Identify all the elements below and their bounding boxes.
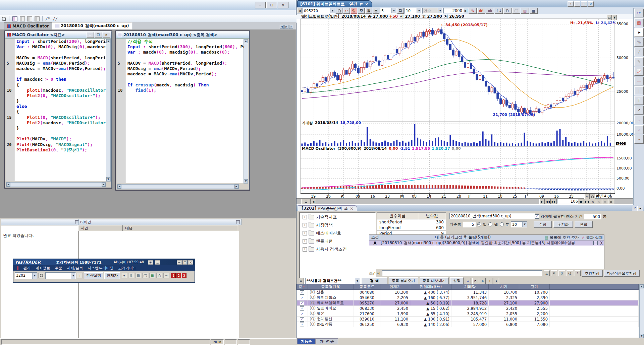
expr-not-icon[interactable]: ! (575, 270, 581, 276)
search-icon[interactable] (1, 16, 7, 21)
result-sort-tab[interactable]: 가나다순 (316, 338, 338, 344)
trend-icon[interactable]: ╱ (634, 48, 644, 56)
yt-close-button[interactable]: × (188, 260, 193, 265)
yt-menu-item[interactable]: 시스템트레이딩 (88, 266, 113, 271)
link-icon[interactable]: ⇄ (344, 206, 348, 211)
code-line[interactable]: If crossup(macdv, macdsig) Then (127, 82, 244, 88)
search-panel-titlebar[interactable]: [3202] 파워종목검색 ⇄ ✕ ? ▪ (297, 205, 644, 211)
code-line[interactable] (127, 77, 244, 82)
child-minimize-button[interactable]: − (87, 32, 94, 38)
percent-icon[interactable]: % (634, 38, 644, 47)
code-line[interactable]: else (16, 104, 110, 109)
code-line[interactable]: } (16, 126, 110, 131)
code-line[interactable]: Input : shortPeriod(300), longPeriod(600… (16, 39, 110, 44)
child-close-button[interactable]: × (103, 32, 110, 38)
code-line[interactable]: var : macdv(0), macdsig(0), macdosc(0); (127, 50, 244, 55)
row-checkbox[interactable]: ✓ (300, 312, 304, 316)
code-line[interactable]: { (16, 82, 110, 88)
search-button[interactable]: 검 색 (361, 277, 387, 284)
preset-combo[interactable]: **사용자 검색조건**▼ (305, 278, 360, 284)
result-sort-tab[interactable]: 기능순 (297, 338, 316, 344)
code-line[interactable]: Plot2(0, "MACDOscillator-"); (16, 93, 110, 98)
run-strategy-button[interactable]: 전략실행 (84, 272, 103, 279)
book-pink-icon[interactable] (12, 16, 18, 21)
yt-menu-item[interactable]: 고객가이드 (118, 266, 137, 271)
condition-checkbox[interactable] (593, 241, 598, 245)
row-checkbox[interactable]: ✓ (300, 290, 304, 295)
wave-e-icon[interactable]: 𝆔 (634, 125, 644, 134)
row-checkbox[interactable]: ✓ (300, 296, 304, 300)
settings-button[interactable]: 설정 (450, 277, 464, 284)
sun-icon[interactable]: ☀ (148, 260, 153, 265)
output-panel-titlebar[interactable] (1, 219, 80, 225)
code-line[interactable]: Var : MACDv(0), MACDsig(0),macdosc(0) ; (16, 44, 110, 50)
child-restore-button[interactable]: ❐ (95, 32, 102, 38)
stock-row[interactable]: ✓ (Q) 웨이브일렉트로 095270 27,000 ▲ 50 ( 0.19)… (297, 300, 639, 306)
editor2-hscrollbar[interactable]: ◀▶ (117, 184, 239, 189)
code-line[interactable]: Plot2(macdosc, "MACDOscillator-"); (16, 120, 110, 126)
vline-icon[interactable]: ❘ (634, 86, 644, 95)
restore-button[interactable]: ❐ (266, 2, 277, 8)
screen-number-combo[interactable]: 3202▼ (15, 272, 37, 279)
export-stocks-button[interactable]: 종목 내보내기 (420, 277, 449, 284)
expand-icon[interactable]: + (303, 239, 307, 244)
pattern-icon[interactable]: ▦ (634, 18, 644, 27)
refresh-icon[interactable]: ⟳ (634, 9, 644, 17)
modify-button[interactable]: 수정 (534, 221, 552, 228)
tree-item[interactable]: +시장검색 (300, 221, 375, 229)
nav-play-icon[interactable]: ▶ (539, 199, 545, 204)
code-line[interactable]: Input : shortPeriod(300), longPeriod(600… (127, 44, 244, 50)
code-line[interactable]: { (16, 109, 110, 115)
yt-maximize-button[interactable]: □ (182, 260, 187, 265)
search-icon[interactable] (38, 273, 44, 278)
tree-item[interactable]: +사용자 검색조건 (300, 245, 375, 253)
row-checkbox[interactable]: ✓ (300, 306, 304, 311)
more-icon[interactable]: » (634, 135, 644, 144)
tree-item[interactable]: +캔들패턴 (300, 237, 375, 245)
interval-combo[interactable]: 30▼ (511, 221, 527, 227)
condition-row[interactable]: A [20180810_검색(macd300 c_up)(300,600,9)]… (369, 240, 604, 246)
account-slot-button[interactable]: 2 (176, 273, 181, 278)
code-line[interactable]: find(1); (127, 88, 244, 93)
zoom-in-bars-icon[interactable]: ▶◀ (584, 199, 590, 204)
line-comment-icon[interactable]: // (52, 16, 58, 21)
add-button[interactable]: ＋ (77, 273, 83, 278)
save-condition-button[interactable]: 조건저장 (582, 270, 603, 277)
debug-panel-titlebar[interactable]: 디버깅 (78, 219, 241, 225)
panel-pin-button[interactable]: ▪ (637, 206, 643, 211)
yt-menu-item[interactable]: 계좌정보 (36, 266, 50, 271)
visible-bars-input[interactable]: 106 (557, 199, 579, 204)
chart-grid-icon[interactable]: ▦ (149, 273, 155, 278)
sort-icon[interactable]: ⇅ (480, 278, 486, 284)
var-row[interactable]: longPeriod600 (377, 225, 446, 231)
base-bar-input[interactable]: 5 (463, 222, 476, 227)
code-line[interactable] (16, 131, 110, 136)
expand-icon[interactable]: + (303, 231, 307, 235)
close-button[interactable]: × (278, 2, 288, 8)
expand-icon[interactable]: + (303, 215, 307, 219)
zoom-plus-icon[interactable]: ⊕ (590, 199, 596, 204)
add-to-list-label[interactable]: ▤ 목록에 조건 추가 (545, 235, 579, 240)
draw-icon[interactable]: ✎ (634, 57, 644, 66)
notebook-icon[interactable]: ▤ (135, 273, 141, 278)
editor1-vscrollbar[interactable]: ▲▼ (106, 39, 111, 182)
panel-close-icon[interactable]: ✕ (350, 206, 354, 211)
navigator-menu-button[interactable]: ☰ (301, 199, 311, 204)
current-price-button[interactable]: 현재가 (104, 272, 120, 279)
editor2-titlebar[interactable]: 20180810_검색(macd300 c_up) <종목 검색> (116, 31, 249, 39)
yt-minimize-button[interactable]: − (177, 260, 182, 265)
expr-triangle-icon[interactable]: △ (544, 270, 550, 276)
timer-icon[interactable]: ◔ (472, 278, 478, 284)
code-line[interactable]: } (16, 98, 110, 104)
code-line[interactable] (127, 55, 244, 61)
tree-item[interactable]: +기술적지표 (300, 213, 375, 221)
line-chart-icon[interactable]: 📈 (634, 67, 644, 76)
gear-icon[interactable]: ⚙ (128, 273, 134, 278)
stock-row[interactable]: ✓ (Q) 젬온 217600 1,990 ▲ 85 ( 4.10) 3,245… (297, 311, 639, 317)
edit-button[interactable]: 편집 (575, 221, 593, 228)
code-line[interactable]: Plot3(MACDv, "MACD"); (16, 136, 110, 142)
price-chart[interactable] (297, 0, 633, 199)
preset-add-icon[interactable]: ⊞ (298, 278, 304, 284)
stock-combo[interactable]: ▼ (45, 272, 76, 279)
wave-d-icon[interactable]: 𝆔 (634, 116, 644, 124)
